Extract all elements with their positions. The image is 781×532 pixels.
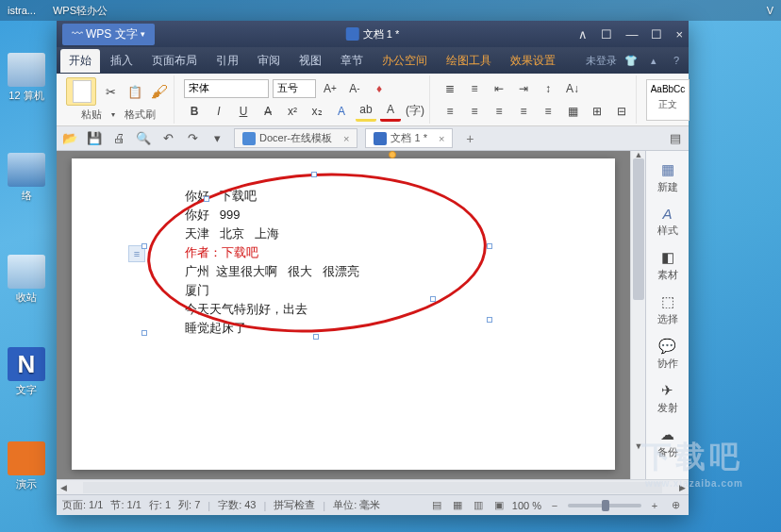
superscript-button[interactable]: x² bbox=[282, 101, 303, 122]
text-line[interactable]: 睡觉起床了 bbox=[185, 319, 502, 338]
scroll-right-icon[interactable]: ▶ bbox=[675, 483, 689, 492]
underline-button[interactable]: U bbox=[233, 101, 254, 122]
clear-format-icon[interactable]: ♦ bbox=[369, 78, 390, 99]
style-normal[interactable]: AaBbCc 正文 bbox=[646, 79, 690, 121]
status-unit[interactable]: 单位: 毫米 bbox=[333, 498, 380, 512]
sort-icon[interactable]: A↓ bbox=[562, 78, 583, 99]
tab-review[interactable]: 审阅 bbox=[249, 49, 289, 73]
resize-handle[interactable] bbox=[141, 243, 147, 249]
cut-icon[interactable]: ✂ bbox=[100, 81, 121, 102]
scroll-down-icon[interactable]: ▼ bbox=[631, 441, 646, 455]
text-line[interactable]: 厦门 bbox=[185, 281, 502, 300]
document-page[interactable]: ≡ 你好 下载吧 你好 999 天津 北京 上海 作者：下载吧 广州 这里很大啊… bbox=[72, 158, 615, 470]
restore-inner-icon[interactable]: ☐ bbox=[601, 27, 612, 42]
copy-icon[interactable]: 📋 bbox=[125, 81, 145, 102]
help-icon[interactable]: ? bbox=[668, 52, 685, 69]
tab-list-icon[interactable]: ▤ bbox=[666, 129, 685, 148]
minimize-button[interactable]: — bbox=[625, 27, 638, 42]
tab-layout[interactable]: 页面布局 bbox=[143, 49, 206, 73]
save-icon[interactable]: 💾 bbox=[85, 129, 104, 148]
tab-effects[interactable]: 效果设置 bbox=[502, 49, 564, 73]
font-size-select[interactable] bbox=[273, 79, 316, 98]
status-col[interactable]: 列: 7 bbox=[178, 498, 200, 512]
font-color-icon[interactable]: A bbox=[380, 101, 401, 122]
distribute-icon[interactable]: ≡ bbox=[538, 101, 558, 122]
view-outline-icon[interactable]: ▦ bbox=[450, 498, 465, 513]
print-preview-icon[interactable]: 🔍 bbox=[134, 129, 153, 148]
side-new[interactable]: ▦新建 bbox=[646, 157, 690, 199]
close-tab-icon[interactable]: × bbox=[343, 133, 349, 144]
status-section[interactable]: 节: 1/1 bbox=[110, 498, 141, 512]
text-effect-icon[interactable]: A bbox=[331, 101, 352, 122]
tab-view[interactable]: 视图 bbox=[291, 49, 330, 73]
taskbar-item[interactable]: WPS轻办公 bbox=[53, 4, 108, 18]
resize-handle[interactable] bbox=[141, 330, 147, 336]
italic-button[interactable]: I bbox=[208, 101, 229, 122]
numbering-icon[interactable]: ≡ bbox=[464, 78, 485, 99]
resize-handle[interactable] bbox=[487, 317, 492, 323]
highlight-icon[interactable]: ab bbox=[356, 101, 376, 122]
skin-icon[interactable]: 👕 bbox=[623, 52, 640, 69]
close-button[interactable]: × bbox=[675, 27, 683, 42]
zoom-out-icon[interactable]: − bbox=[547, 498, 562, 513]
text-line[interactable]: 你好 下载吧 bbox=[185, 187, 502, 206]
side-send[interactable]: ✈发射 bbox=[646, 377, 690, 420]
shrink-font-icon[interactable]: A- bbox=[344, 78, 365, 99]
indent-left-icon[interactable]: ⇤ bbox=[489, 78, 509, 99]
subscript-button[interactable]: x₂ bbox=[307, 101, 327, 122]
more-quick-icon[interactable]: ▾ bbox=[208, 129, 226, 148]
paste-button[interactable] bbox=[66, 77, 96, 106]
align-left-icon[interactable]: ≡ bbox=[440, 101, 460, 122]
scroll-left-icon[interactable]: ◀ bbox=[57, 483, 70, 492]
login-status[interactable]: 未登录 bbox=[586, 54, 617, 68]
text-line[interactable]: 天津 北京 上海 bbox=[185, 224, 502, 243]
desktop-icon-wps[interactable]: N文字 bbox=[4, 347, 49, 397]
zoom-in-icon[interactable]: + bbox=[647, 498, 662, 513]
shading-icon[interactable]: ▦ bbox=[562, 101, 583, 122]
collapse-ribbon-icon[interactable]: ▴ bbox=[645, 52, 662, 69]
resize-handle[interactable] bbox=[430, 296, 436, 302]
rotate-handle[interactable] bbox=[389, 151, 396, 158]
tab-insert[interactable]: 插入 bbox=[102, 49, 141, 73]
text-line[interactable]: 今天天气特别好，出去 bbox=[185, 300, 502, 319]
status-spell[interactable]: 拼写检查 bbox=[274, 498, 315, 512]
scroll-thumb[interactable] bbox=[633, 158, 644, 300]
view-web-icon[interactable]: ▥ bbox=[471, 498, 486, 513]
desktop-icon-computer[interactable]: 12 算机 bbox=[4, 53, 49, 103]
side-select[interactable]: ⬚选择 bbox=[646, 289, 690, 331]
line-spacing-icon[interactable]: ↕ bbox=[538, 78, 558, 99]
align-center-icon[interactable]: ≡ bbox=[464, 101, 485, 122]
horizontal-scrollbar[interactable]: ◀ ▶ bbox=[57, 479, 689, 494]
taskbar-item[interactable]: istra... bbox=[8, 5, 36, 16]
doc-tab-current[interactable]: 文档 1 * × bbox=[365, 128, 453, 148]
resize-handle[interactable] bbox=[204, 196, 209, 202]
status-page[interactable]: 页面: 1/1 bbox=[62, 498, 103, 512]
side-material[interactable]: ◧素材 bbox=[646, 244, 690, 287]
desktop-icon-network[interactable]: 络 bbox=[4, 153, 49, 203]
tabs-icon[interactable]: ⊟ bbox=[611, 101, 632, 122]
borders-icon[interactable]: ⊞ bbox=[587, 101, 607, 122]
align-right-icon[interactable]: ≡ bbox=[489, 101, 509, 122]
text-line-author[interactable]: 作者：下载吧 bbox=[185, 243, 502, 262]
tab-section[interactable]: 章节 bbox=[332, 49, 372, 73]
new-tab-button[interactable]: + bbox=[458, 131, 481, 146]
zoom-slider[interactable] bbox=[568, 504, 641, 507]
side-style[interactable]: A样式 bbox=[646, 201, 690, 242]
desktop-icon-present[interactable]: 演示 bbox=[4, 441, 49, 491]
font-family-select[interactable] bbox=[184, 79, 269, 98]
doc-tab-templates[interactable]: Docer-在线模板 × bbox=[234, 128, 357, 148]
tab-office[interactable]: 办公空间 bbox=[374, 49, 436, 73]
text-line[interactable]: 你好 999 bbox=[185, 206, 502, 224]
open-folder-icon[interactable]: 📂 bbox=[60, 129, 79, 148]
tab-reference[interactable]: 引用 bbox=[208, 49, 247, 73]
help-icon[interactable]: ∧ bbox=[578, 27, 588, 42]
zoom-level[interactable]: 100 % bbox=[512, 500, 541, 511]
page-scroll-area[interactable]: ≡ 你好 下载吧 你好 999 天津 北京 上海 作者：下载吧 广州 这里很大啊… bbox=[57, 151, 630, 479]
status-line[interactable]: 行: 1 bbox=[149, 498, 171, 512]
close-tab-icon[interactable]: × bbox=[439, 133, 444, 144]
indent-right-icon[interactable]: ⇥ bbox=[513, 78, 534, 99]
resize-handle[interactable] bbox=[311, 172, 317, 177]
undo-icon[interactable]: ↶ bbox=[158, 129, 177, 148]
redo-icon[interactable]: ↷ bbox=[183, 129, 202, 148]
print-icon[interactable]: 🖨 bbox=[109, 129, 128, 148]
